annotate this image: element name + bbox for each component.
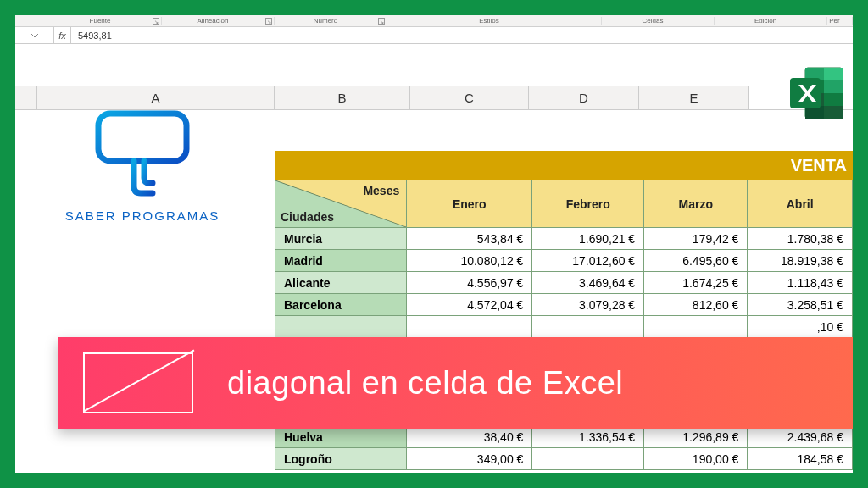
city-cell[interactable]: Huelva <box>275 426 407 448</box>
city-cell[interactable]: Murcia <box>275 228 407 250</box>
city-cell[interactable]: Barcelona <box>275 294 407 316</box>
month-header[interactable]: Abril <box>748 180 853 228</box>
value-cell[interactable]: 184,58 € <box>748 448 853 470</box>
svg-rect-9 <box>824 106 843 119</box>
formula-value[interactable]: 5493,81 <box>71 30 853 41</box>
table-title: VENTA <box>275 152 853 180</box>
ribbon-group-alineacion[interactable]: Alineación↘ <box>162 17 275 25</box>
diagonal-header-cell[interactable]: Meses Ciudades <box>275 180 407 228</box>
value-cell[interactable] <box>532 316 644 338</box>
value-cell[interactable]: 1.690,21 € <box>532 228 644 250</box>
logo-icon <box>83 108 202 202</box>
ribbon-group-fuente[interactable]: Fuente↘ <box>49 17 162 25</box>
value-cell[interactable]: 3.469,64 € <box>532 272 644 294</box>
ribbon-group-estilos[interactable]: Estilos <box>387 17 602 25</box>
diagonal-icon <box>83 352 193 413</box>
ribbon-group-celdas[interactable]: Celdas <box>602 17 715 25</box>
expand-icon[interactable]: ↘ <box>153 18 159 25</box>
city-cell[interactable]: Madrid <box>275 250 407 272</box>
ribbon-group-numero[interactable]: Número↘ <box>275 17 387 25</box>
ribbon-group-edicion[interactable]: Edición <box>715 17 827 25</box>
column-header-b[interactable]: B <box>275 86 410 109</box>
select-all-corner[interactable] <box>15 86 37 109</box>
value-cell[interactable]: 1.780,38 € <box>748 228 853 250</box>
table-row: Barcelona4.572,04 €3.079,28 €812,60 €3.2… <box>275 294 853 316</box>
column-header-a[interactable]: A <box>37 86 275 109</box>
value-cell[interactable]: 38,40 € <box>407 426 532 448</box>
logo-text: SABER PROGRAMAS <box>49 208 236 223</box>
svg-rect-0 <box>98 114 186 161</box>
excel-app-icon <box>787 63 848 124</box>
ribbon-group-bar: Fuente↘ Alineación↘ Número↘ Estilos Celd… <box>15 15 853 27</box>
svg-rect-3 <box>824 68 843 80</box>
value-cell[interactable]: 1.674,25 € <box>644 272 748 294</box>
chevron-down-icon <box>31 31 39 40</box>
table-row: Alicante4.556,97 €3.469,64 €1.674,25 €1.… <box>275 272 853 294</box>
ribbon-group-per[interactable]: Per <box>827 17 853 25</box>
value-cell[interactable] <box>644 316 748 338</box>
column-header-d[interactable]: D <box>529 86 639 109</box>
formula-bar: fx 5493,81 <box>15 27 853 44</box>
value-cell[interactable]: ,10 € <box>748 316 853 338</box>
table-row: Huelva38,40 €1.336,54 €1.296,89 €2.439,6… <box>275 426 853 448</box>
column-header-e[interactable]: E <box>639 86 749 109</box>
value-cell[interactable]: 349,00 € <box>407 448 532 470</box>
value-cell[interactable]: 4.572,04 € <box>407 294 532 316</box>
value-cell[interactable]: 10.080,12 € <box>407 250 532 272</box>
value-cell[interactable]: 812,60 € <box>644 294 748 316</box>
city-cell[interactable] <box>275 316 407 338</box>
month-header[interactable]: Marzo <box>644 180 748 228</box>
saber-programas-logo: SABER PROGRAMAS <box>49 108 236 223</box>
value-cell[interactable]: 190,00 € <box>644 448 748 470</box>
month-header[interactable]: Enero <box>407 180 532 228</box>
table-row: ,10 € <box>275 316 853 338</box>
city-cell[interactable]: Logroño <box>275 448 407 470</box>
value-cell[interactable] <box>407 316 532 338</box>
expand-icon[interactable]: ↘ <box>378 18 385 25</box>
table-row: Logroño349,00 €190,00 €184,58 € <box>275 448 853 470</box>
name-box[interactable] <box>15 27 54 43</box>
table-row: Murcia543,84 €1.690,21 €179,42 €1.780,38… <box>275 228 853 250</box>
value-cell[interactable]: 179,42 € <box>644 228 748 250</box>
value-cell[interactable]: 1.118,43 € <box>748 272 853 294</box>
table-row: Madrid10.080,12 €17.012,60 €6.495,60 €18… <box>275 250 853 272</box>
video-title-banner: diagonal en celda de Excel <box>58 337 853 429</box>
expand-icon[interactable]: ↘ <box>265 18 272 25</box>
value-cell[interactable]: 1.296,89 € <box>644 426 748 448</box>
value-cell[interactable]: 1.336,54 € <box>532 426 644 448</box>
city-cell[interactable]: Alicante <box>275 272 407 294</box>
value-cell[interactable] <box>532 448 644 470</box>
value-cell[interactable]: 17.012,60 € <box>532 250 644 272</box>
banner-text: diagonal en celda de Excel <box>227 365 623 402</box>
svg-rect-7 <box>824 93 843 106</box>
month-header[interactable]: Febrero <box>532 180 644 228</box>
value-cell[interactable]: 4.556,97 € <box>407 272 532 294</box>
fx-button[interactable]: fx <box>54 27 71 43</box>
column-headers: A B C D E <box>15 86 853 110</box>
value-cell[interactable]: 543,84 € <box>407 228 532 250</box>
value-cell[interactable]: 3.258,51 € <box>748 294 853 316</box>
diagonal-bottom-label: Ciudades <box>281 210 334 224</box>
diagonal-top-label: Meses <box>363 184 399 197</box>
value-cell[interactable]: 18.919,38 € <box>748 250 853 272</box>
svg-rect-5 <box>824 80 843 93</box>
value-cell[interactable]: 2.439,68 € <box>748 426 853 448</box>
column-header-c[interactable]: C <box>410 86 529 109</box>
value-cell[interactable]: 3.079,28 € <box>532 294 644 316</box>
value-cell[interactable]: 6.495,60 € <box>644 250 748 272</box>
